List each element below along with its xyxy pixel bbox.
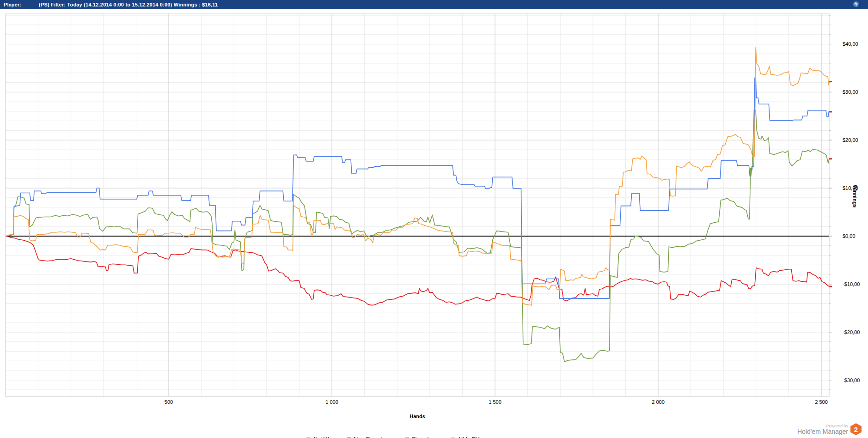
legend-item-net-won[interactable]: Net Won bbox=[306, 436, 335, 438]
brand-name: Hold'em Manager bbox=[797, 428, 848, 435]
player-label: Player: bbox=[4, 2, 21, 7]
help-icon[interactable]: ? bbox=[853, 1, 860, 8]
legend-item-showdown[interactable]: Showdown bbox=[405, 436, 439, 438]
legend-label: Net Won bbox=[313, 436, 335, 438]
series-line-non-showdown bbox=[6, 236, 829, 305]
x-tick-label: 1 500 bbox=[489, 399, 501, 405]
x-tick-label: 500 bbox=[165, 399, 173, 405]
hm2-logo-icon: 2 bbox=[850, 423, 862, 435]
x-axis-title: Hands bbox=[394, 414, 440, 419]
y-tick-label: -$30,00 bbox=[843, 377, 860, 383]
x-tick-label: 2 000 bbox=[652, 399, 665, 405]
legend-item-all-in-ev[interactable]: All-In EV bbox=[451, 436, 479, 438]
legend-label: All-In EV bbox=[458, 436, 479, 438]
winnings-graph[interactable]: $40,00$30,00$20,00$10,00$0,00-$10,00-$20… bbox=[0, 9, 868, 438]
plot-border bbox=[6, 14, 829, 396]
series-line-all-in-ev bbox=[6, 48, 829, 305]
title-bar: Player: (PS) Filter: Today (14.12.2014 0… bbox=[0, 0, 868, 9]
y-tick-label: -$20,00 bbox=[843, 329, 860, 335]
x-tick-label: 1 000 bbox=[325, 399, 338, 405]
filter-summary: (PS) Filter: Today (14.12.2014 0:00 to 1… bbox=[39, 2, 218, 7]
powered-by-block: Powered by Hold'em Manager 2 bbox=[797, 423, 862, 435]
y-tick-label: $20,00 bbox=[843, 137, 858, 143]
y-tick-label: $30,00 bbox=[843, 89, 858, 95]
chart-legend: Net WonNon ShowdownShowdownAll-In EV bbox=[0, 436, 786, 438]
y-tick-label: $40,00 bbox=[843, 41, 858, 47]
y-tick-label: -$10,00 bbox=[843, 281, 860, 287]
legend-label: Non Showdown bbox=[354, 436, 393, 438]
y-axis-title: Winnings bbox=[852, 185, 858, 249]
legend-item-non-showdown[interactable]: Non Showdown bbox=[347, 436, 393, 438]
series-line-net-won bbox=[6, 109, 829, 362]
legend-label: Showdown bbox=[412, 436, 439, 438]
chart-canvas[interactable]: $40,00$30,00$20,00$10,00$0,00-$10,00-$20… bbox=[0, 9, 868, 438]
x-tick-label: 2 500 bbox=[815, 399, 828, 405]
